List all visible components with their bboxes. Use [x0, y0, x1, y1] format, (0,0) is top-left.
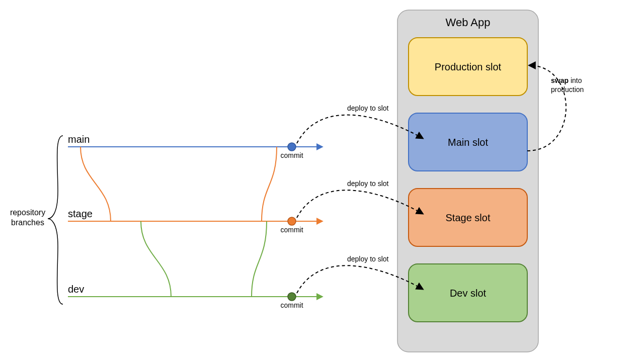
- slot-main-label: Main slot: [448, 137, 488, 148]
- commit-dot-stage: [288, 217, 296, 225]
- commit-label-main: commit: [280, 151, 303, 159]
- branch-stage: stage commit deploy to slot: [68, 179, 423, 234]
- branch-dev: dev commit deploy to slot: [68, 255, 423, 309]
- commit-dot-main: [288, 143, 296, 151]
- slot-main: Main slot: [409, 113, 527, 171]
- slot-production-label: Production slot: [435, 61, 502, 72]
- commit-dot-dev: [288, 293, 296, 301]
- swap-label-line1: swap into: [551, 76, 582, 84]
- swap-label-line2: production: [551, 85, 584, 94]
- repo-label-2: branches: [11, 218, 44, 227]
- branch-dev-label: dev: [68, 284, 84, 295]
- branch-main-label: main: [68, 134, 90, 145]
- deploy-label-main: deploy to slot: [347, 104, 389, 112]
- merge-curve-main-stage: [80, 147, 277, 221]
- slot-dev: Dev slot: [409, 264, 527, 322]
- branch-stage-label: stage: [68, 208, 93, 219]
- slot-dev-label: Dev slot: [450, 288, 487, 299]
- commit-label-dev: commit: [280, 301, 303, 309]
- commit-label-stage: commit: [280, 226, 303, 234]
- slot-stage-label: Stage slot: [446, 212, 491, 223]
- repo-label-1: repository: [10, 208, 45, 217]
- deploy-label-stage: deploy to slot: [347, 179, 389, 188]
- merge-curve-stage-dev: [141, 221, 267, 297]
- repository-brace: repository branches: [10, 136, 63, 304]
- webapp-title: Web App: [446, 16, 491, 29]
- branch-main: main commit deploy to slot: [68, 104, 423, 159]
- deploy-label-dev: deploy to slot: [347, 255, 389, 263]
- diagram-canvas: Web App Production slot Main slot Stage …: [0, 0, 644, 362]
- slot-production: Production slot: [409, 38, 527, 96]
- slot-stage: Stage slot: [409, 189, 527, 246]
